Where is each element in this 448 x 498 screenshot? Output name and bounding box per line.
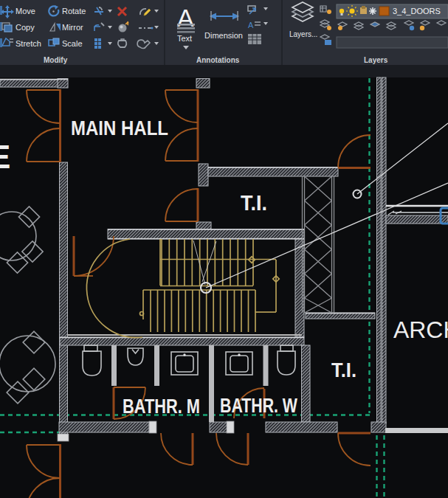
svg-text:E: E bbox=[0, 139, 10, 175]
svg-text:MAIN HALL: MAIN HALL bbox=[71, 117, 168, 139]
svg-text:T.I.: T.I. bbox=[331, 359, 356, 381]
svg-text:T.I.: T.I. bbox=[241, 190, 267, 215]
svg-text:BATHR. M: BATHR. M bbox=[123, 395, 200, 418]
svg-text:BATHR. W: BATHR. W bbox=[220, 395, 297, 417]
svg-text:ARCHIVE: ARCHIVE bbox=[393, 317, 448, 343]
